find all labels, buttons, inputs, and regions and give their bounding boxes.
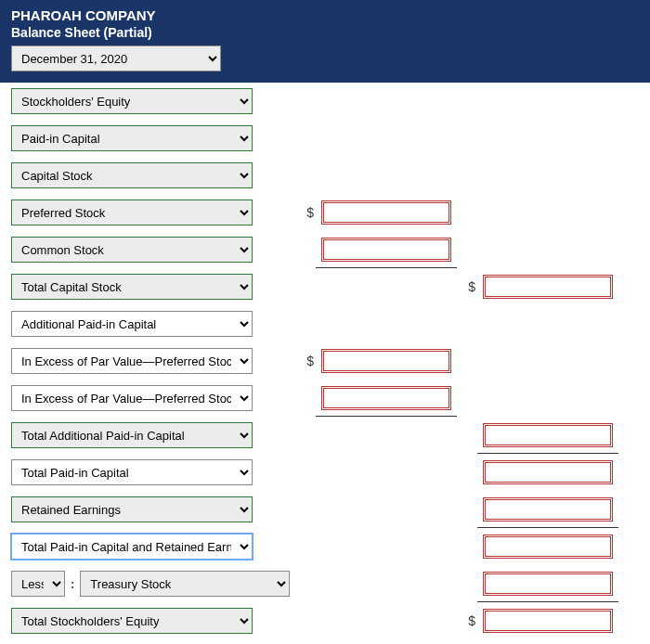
select-common-stock[interactable]: Common Stock (11, 237, 253, 263)
subtotal-line (477, 601, 618, 602)
amount-treasury-stock[interactable] (483, 572, 613, 596)
amount-total-paid-in[interactable] (483, 460, 613, 484)
amount-excess-preferred-2[interactable] (321, 386, 451, 410)
amount-total-paid-retained[interactable] (483, 535, 613, 559)
select-excess-preferred-2[interactable]: In Excess of Par Value—Preferred Stock (11, 385, 253, 411)
amount-total-stockholders[interactable] (483, 609, 613, 633)
select-total-capital-stock[interactable]: Total Capital Stock (11, 274, 253, 300)
sheet-header: PHAROAH COMPANY Balance Sheet (Partial) … (0, 0, 650, 83)
amount-total-capital-stock[interactable] (483, 275, 613, 299)
company-name: PHAROAH COMPANY (11, 7, 639, 23)
amount-preferred-stock[interactable] (321, 200, 451, 225)
select-preferred-stock[interactable]: Preferred Stock (11, 200, 253, 225)
subtotal-line (477, 453, 618, 454)
dollar-sign: $ (459, 613, 475, 628)
select-total-paid-in[interactable]: Total Paid-in Capital (11, 459, 253, 485)
select-additional-paid-in[interactable]: Additional Paid-in Capital (11, 311, 253, 337)
subtotal-line (477, 527, 618, 528)
date-select[interactable]: December 31, 2020 (11, 45, 221, 71)
amount-excess-preferred-1[interactable] (321, 349, 451, 373)
subtotal-line (316, 267, 457, 268)
sheet-subtitle: Balance Sheet (Partial) (11, 25, 639, 40)
select-less[interactable]: Less (11, 571, 65, 597)
dollar-sign: $ (297, 354, 314, 368)
subtotal-line (316, 416, 457, 417)
amount-retained-earnings[interactable] (483, 497, 613, 522)
amount-common-stock[interactable] (321, 238, 451, 262)
amount-total-additional[interactable] (483, 423, 613, 447)
select-paid-in-capital[interactable]: Paid-in Capital (11, 125, 253, 151)
select-treasury-stock[interactable]: Treasury Stock (80, 571, 290, 597)
colon: : (71, 577, 74, 591)
dollar-sign: $ (297, 205, 314, 220)
select-retained-earnings[interactable]: Retained Earnings (11, 496, 253, 522)
select-total-stockholders[interactable]: Total Stockholders' Equity (11, 608, 253, 634)
dollar-sign: $ (459, 279, 475, 294)
select-excess-preferred-1[interactable]: In Excess of Par Value—Preferred Stock (11, 348, 253, 374)
select-total-paid-retained[interactable]: Total Paid-in Capital and Retained Earni… (11, 534, 253, 560)
select-stockholders-equity[interactable]: Stockholders' Equity (11, 88, 253, 114)
select-capital-stock[interactable]: Capital Stock (11, 162, 253, 188)
select-total-additional[interactable]: Total Additional Paid-in Capital (11, 422, 253, 448)
